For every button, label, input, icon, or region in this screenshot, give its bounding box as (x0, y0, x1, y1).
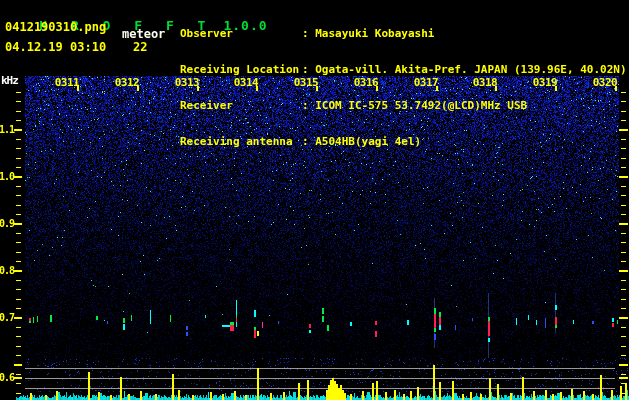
info-sep: : (302, 63, 315, 76)
time-label-0313: 0313 (167, 76, 207, 89)
info-sep: : (302, 99, 315, 112)
hrofft-screen: H R O F F T1.0.0 0412190310.png meteor 0… (0, 0, 629, 400)
info-label: Receiver (180, 100, 302, 112)
echo-count: 22 (133, 40, 147, 54)
info-sep: : (302, 27, 315, 40)
info-value: Masayuki Kobayashi (315, 27, 434, 40)
time-label-0312: 0312 (107, 76, 147, 89)
freq-label-0.9: 0.9 (0, 218, 14, 229)
info-row-observer: Observer: Masayuki Kobayashi (180, 28, 627, 40)
info-row-location: Receiving Location: Ogata-vill. Akita-Pr… (180, 64, 627, 76)
info-value: ICOM IC-575 53.7492(@LCD)MHz USB (315, 99, 527, 112)
time-label-0314: 0314 (226, 76, 266, 89)
freq-label-0.6: 0.6 (0, 372, 14, 383)
freq-label-1.1: 1.1 (0, 124, 14, 135)
info-value: A504HB(yagi 4el) (315, 135, 421, 148)
time-label-0318: 0318 (465, 76, 505, 89)
time-label-0320: 0320 (585, 76, 625, 89)
observation-mode-label: meteor (122, 27, 165, 41)
output-filename: 0412190310.png (5, 20, 106, 34)
time-label-0316: 0316 (346, 76, 386, 89)
time-label-0315: 0315 (286, 76, 326, 89)
info-row-receiver: Receiver: ICOM IC-575 53.7492(@LCD)MHz U… (180, 100, 627, 112)
info-label: Receiving antenna (180, 136, 302, 148)
info-label: Receiving Location (180, 64, 302, 76)
info-row-antenna: Receiving antenna: A504HB(yagi 4el) (180, 136, 627, 148)
time-label-0311: 0311 (47, 76, 87, 89)
freq-label-0.8: 0.8 (0, 265, 14, 276)
observation-datetime: 04.12.19 03:10 (5, 40, 106, 54)
freq-label-1.0: 1.0 (0, 171, 14, 182)
info-label: Observer (180, 28, 302, 40)
time-label-0319: 0319 (525, 76, 565, 89)
info-sep: : (302, 135, 315, 148)
info-value: Ogata-vill. Akita-Pref. JAPAN (139.96E, … (315, 63, 626, 76)
freq-label-0.7: 0.7 (0, 312, 14, 323)
time-label-0317: 0317 (406, 76, 446, 89)
y-axis-unit-label: kHz (1, 74, 18, 87)
